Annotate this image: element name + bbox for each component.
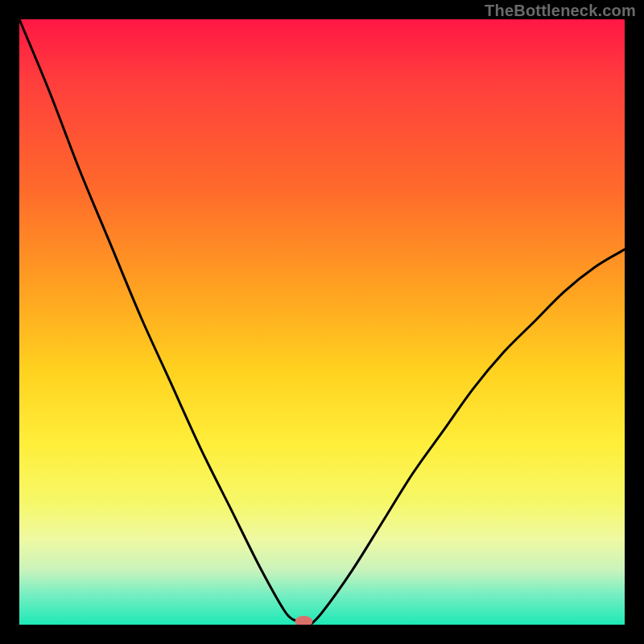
bottleneck-curve bbox=[19, 19, 625, 625]
chart-frame: TheBottleneck.com bbox=[0, 0, 644, 644]
plot-area bbox=[19, 19, 625, 625]
watermark-text: TheBottleneck.com bbox=[485, 2, 636, 20]
optimal-marker bbox=[295, 616, 312, 625]
curve-layer bbox=[19, 19, 625, 625]
